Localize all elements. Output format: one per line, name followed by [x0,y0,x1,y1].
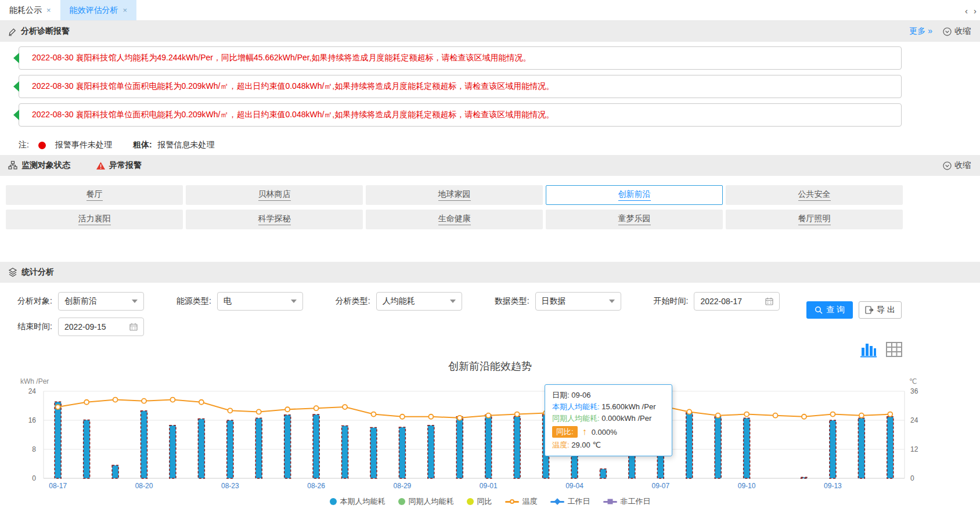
tabs-scroll-left-icon[interactable]: ‹ [965,6,968,16]
bar-current-consumption [858,418,864,478]
arrow-up-icon: ↑ [582,427,587,437]
collapse-button-diagnosis[interactable]: 收缩 [943,26,971,37]
monitor-object-button[interactable]: 贝林商店 [186,185,363,205]
chart-view-toggle-icon[interactable] [860,341,877,358]
bar-current-consumption [112,466,118,479]
more-link[interactable]: 更多 » [909,26,932,37]
bar-current-consumption [84,420,90,478]
bar-current-consumption [887,417,893,478]
bar-current-consumption [255,418,262,478]
monitor-object-button[interactable]: 餐厅 [6,185,183,205]
chevron-down-icon [291,300,297,303]
temperature-marker [428,414,433,419]
close-icon[interactable]: × [123,6,128,15]
section-title: 分析诊断报警 [21,26,70,37]
monitor-object-button[interactable]: 公共安全 [726,185,903,205]
bar-current-consumption [399,427,405,478]
query-button[interactable]: 查 询 [806,301,853,319]
layers-icon [8,268,17,277]
start-date-input[interactable]: 2022-08-17 [694,292,780,311]
bar-current-consumption [170,426,176,478]
bar-current-consumption [313,414,319,478]
monitor-object-label: 公共安全 [798,189,831,201]
svg-text:8: 8 [32,445,36,453]
collapse-button-monitor[interactable]: 收缩 [943,160,971,171]
x-axis-label: 08-23 [221,482,239,490]
note-prefix: 注: [19,140,29,150]
legend-item[interactable]: 工作日 [550,496,590,507]
start-time-label: 开始时间: [654,296,689,307]
x-axis-label: 09-04 [565,482,583,490]
legend-item[interactable]: 温度 [505,496,538,507]
monitor-object-label: 地球家园 [438,189,471,201]
legend-label: 本期人均能耗 [340,496,385,507]
legend-label: 工作日 [568,496,590,507]
tab-efficiency-analysis[interactable]: 能效评估分析 × [60,0,137,20]
bar-current-consumption [227,420,233,478]
temperature-marker [716,413,720,418]
temperature-marker [457,416,462,420]
x-axis-label: 08-20 [135,482,153,490]
warning-triangle-icon [96,161,106,170]
end-date-input[interactable]: 2022-09-15 [58,318,144,336]
data-type-select[interactable]: 日数据 [535,292,621,311]
tabs-scroll-right-icon[interactable]: › [974,6,977,16]
temperature-marker [486,413,491,418]
temperature-marker [228,408,232,413]
tab-energy-publicity[interactable]: 能耗公示 × [0,0,60,20]
close-icon[interactable]: × [46,6,51,15]
chevron-down-icon [450,300,456,303]
tooltip-temp-value: 29.00 ℃ [571,441,601,449]
monitor-object-button[interactable]: 生命健康 [366,210,543,229]
svg-text:0: 0 [32,474,36,482]
energy-type-select[interactable]: 电 [217,292,303,311]
bar-current-consumption [744,418,750,478]
legend-item[interactable]: 同期人均能耗 [398,496,454,507]
bar-current-consumption [514,416,520,478]
monitor-object-button[interactable]: 科学探秘 [186,210,363,229]
pencil-icon [8,27,17,36]
note-dot-label: 报警事件未处理 [55,140,112,150]
svg-text:12: 12 [910,445,918,453]
export-button[interactable]: 导 出 [859,301,902,319]
svg-text:16: 16 [28,416,37,424]
sitemap-icon [8,161,17,170]
analysis-object-select[interactable]: 创新前沿 [58,292,144,311]
temperature-marker [400,414,405,419]
energy-trend-chart[interactable]: 2436162481200kWh /Per℃08-1708-2008-2308-… [0,377,980,490]
legend-item[interactable]: 同比 [467,496,492,507]
monitor-object-button[interactable]: 活力襄阳 [6,210,183,229]
bar-current-consumption [370,428,377,479]
monitor-object-button[interactable]: 创新前沿 [546,185,723,205]
temperature-marker [371,412,376,417]
table-view-toggle-icon[interactable] [885,341,903,358]
stats-section-header: 统计分析 [0,262,980,283]
temperature-marker [113,398,118,402]
tab-label: 能耗公示 [9,5,42,16]
monitor-object-button[interactable]: 餐厅照明 [726,210,903,229]
legend-marker-icon [550,501,564,503]
monitor-object-button[interactable]: 童梦乐园 [546,210,723,229]
monitor-object-label: 科学探秘 [258,214,291,225]
legend-item[interactable]: 非工作日 [603,496,651,507]
diagnosis-section-header: 分析诊断报警 更多 » 收缩 [0,21,980,42]
x-axis-label: 09-01 [480,482,498,490]
abnormal-alarm-flag[interactable]: 异常报警 [96,160,142,171]
x-axis-label: 09-07 [651,482,669,490]
end-time-label: 结束时间: [17,322,52,332]
alert-item: 2022-08-30 襄阳科技馆单位面积电能耗为0.209kWh/㎡，超出日约束… [19,75,902,98]
legend-item[interactable]: 本期人均能耗 [330,496,385,507]
analysis-type-select[interactable]: 人均能耗 [376,292,462,311]
monitor-object-button[interactable]: 地球家园 [366,185,543,205]
bar-current-consumption [456,417,463,478]
chevron-down-circle-icon [943,161,952,170]
chevron-down-icon [132,300,138,303]
temperature-marker [343,405,347,409]
legend-marker-icon [603,501,617,503]
temperature-marker [285,407,290,412]
bar-current-consumption [198,419,204,479]
temperature-marker [744,412,749,417]
monitor-section-header: 监测对象状态 异常报警 收缩 [0,155,980,176]
tab-label: 能效评估分析 [70,5,118,16]
tooltip-yoy-value: 0.000% [592,428,617,437]
